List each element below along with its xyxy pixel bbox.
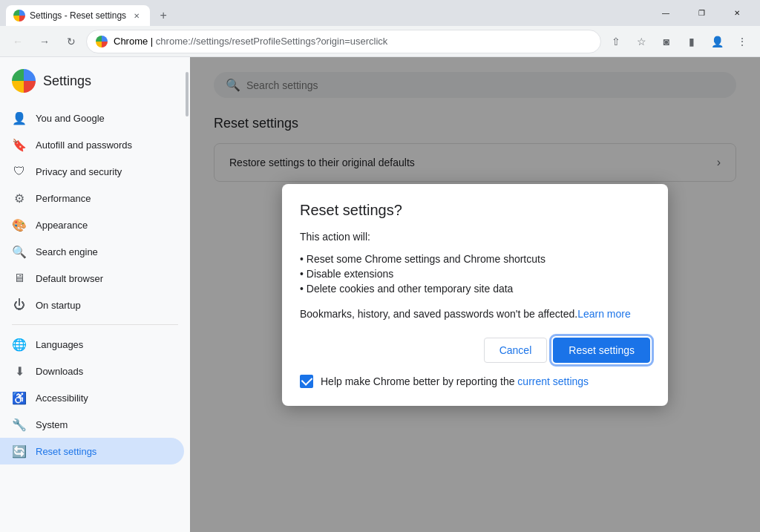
dialog-title: Reset settings?	[300, 202, 650, 219]
sidebar-item-accessibility[interactable]: ♿ Accessibility	[0, 384, 184, 411]
scrollbar-track[interactable]	[184, 57, 190, 532]
dialog-bullet-1: Reset some Chrome settings and Chrome sh…	[300, 252, 650, 266]
dialog-note: Bookmarks, history, and saved passwords …	[300, 308, 650, 320]
menu-button[interactable]: ⋮	[730, 30, 754, 53]
sidebar-label-appearance: Appearance	[36, 220, 88, 231]
system-icon: 🔧	[12, 417, 27, 432]
sidebar-item-system[interactable]: 🔧 System	[0, 411, 184, 438]
sidebar-logo: Settings	[0, 63, 190, 105]
downloads-icon: ⬇	[12, 364, 27, 378]
dialog-bullet-3: Delete cookies and other temporary site …	[300, 281, 650, 296]
sidebar-item-appearance[interactable]: 🎨 Appearance	[0, 211, 184, 238]
forward-button[interactable]: →	[33, 30, 56, 53]
tab-title: Settings - Reset settings	[30, 10, 126, 21]
sidebar-item-autofill[interactable]: 🔖 Autofill and passwords	[0, 131, 184, 158]
split-screen-button[interactable]: ▮	[680, 30, 704, 53]
autofill-icon: 🔖	[12, 137, 27, 152]
sidebar-label-on-startup: On startup	[36, 300, 81, 311]
scrollbar-thumb	[186, 72, 189, 116]
default-browser-icon: 🖥	[12, 271, 27, 286]
sidebar-item-privacy[interactable]: 🛡 Privacy and security	[0, 158, 184, 185]
sidebar-title: Settings	[43, 73, 91, 89]
sidebar-label-you-and-google: You and Google	[36, 113, 105, 124]
accessibility-icon: ♿	[12, 390, 27, 405]
sidebar-label-privacy: Privacy and security	[36, 166, 122, 177]
cancel-button[interactable]: Cancel	[484, 338, 548, 363]
address-favicon	[96, 36, 108, 47]
sidebar-item-search-engine[interactable]: 🔍 Search engine	[0, 238, 184, 265]
search-engine-icon: 🔍	[12, 244, 27, 259]
close-button[interactable]: ✕	[720, 3, 754, 24]
nav-actions: ⇧ ☆ ◙ ▮ 👤 ⋮	[604, 30, 754, 53]
maximize-button[interactable]: ❐	[684, 3, 718, 24]
reset-settings-button[interactable]: Reset settings	[553, 338, 650, 363]
sidebar-label-reset-settings: Reset settings	[36, 446, 96, 457]
new-tab-button[interactable]: +	[153, 5, 174, 26]
sidebar-item-reset-settings[interactable]: 🔄 Reset settings	[0, 438, 184, 464]
performance-icon: ⚙	[12, 191, 27, 206]
tab-bar: Settings - Reset settings ✕ +	[6, 0, 174, 26]
help-chrome-row: Help make Chrome better by reporting the…	[300, 375, 650, 388]
tab-close-button[interactable]: ✕	[131, 10, 142, 22]
sidebar-label-downloads: Downloads	[36, 366, 83, 377]
current-settings-link[interactable]: current settings	[517, 375, 589, 387]
sidebar-label-languages: Languages	[36, 339, 83, 350]
titlebar: Settings - Reset settings ✕ + — ❐ ✕	[0, 0, 760, 26]
address-bar[interactable]: Chrome | chrome://settings/resetProfileS…	[86, 30, 601, 53]
help-chrome-checkbox[interactable]	[300, 375, 313, 388]
extensions-button[interactable]: ◙	[655, 30, 678, 53]
sidebar-item-performance[interactable]: ⚙ Performance	[0, 185, 184, 211]
privacy-icon: 🛡	[12, 164, 27, 179]
sidebar-item-you-and-google[interactable]: 👤 You and Google	[0, 105, 184, 131]
dialog-bullet-2: Disable extensions	[300, 266, 650, 281]
sidebar-item-default-browser[interactable]: 🖥 Default browser	[0, 265, 184, 292]
tab-favicon	[13, 10, 25, 22]
chrome-logo-icon	[12, 69, 36, 93]
sidebar-label-autofill: Autofill and passwords	[36, 139, 132, 151]
back-button[interactable]: ←	[6, 30, 30, 53]
you-and-google-icon: 👤	[12, 111, 27, 125]
sidebar-divider	[12, 324, 178, 325]
on-startup-icon: ⏻	[12, 298, 27, 312]
minimize-button[interactable]: —	[649, 3, 683, 24]
reload-button[interactable]: ↻	[59, 30, 83, 53]
navbar: ← → ↻ Chrome | chrome://settings/resetPr…	[0, 26, 760, 57]
appearance-icon: 🎨	[12, 217, 27, 232]
reset-settings-icon: 🔄	[12, 444, 27, 459]
active-tab[interactable]: Settings - Reset settings ✕	[6, 5, 150, 26]
sidebar-item-downloads[interactable]: ⬇ Downloads	[0, 358, 184, 384]
dialog-subtitle: This action will:	[300, 231, 650, 243]
sidebar-label-default-browser: Default browser	[36, 273, 103, 284]
content-area: 🔍 Reset settings Restore settings to the…	[190, 57, 760, 532]
dialog-footer: Cancel Reset settings	[300, 338, 650, 363]
sidebar-item-on-startup[interactable]: ⏻ On startup	[0, 292, 184, 318]
sidebar-label-performance: Performance	[36, 193, 91, 204]
dialog-overlay: Reset settings? This action will: Reset …	[190, 57, 760, 532]
profile-button[interactable]: 👤	[705, 30, 729, 53]
help-chrome-label: Help make Chrome better by reporting the…	[321, 375, 589, 387]
languages-icon: 🌐	[12, 337, 27, 352]
sidebar-label-system: System	[36, 419, 68, 430]
bookmark-button[interactable]: ☆	[629, 30, 653, 53]
sidebar: Settings 👤 You and Google 🔖 Autofill and…	[0, 57, 190, 532]
window-controls: — ❐ ✕	[649, 3, 754, 24]
address-text: Chrome | chrome://settings/resetProfileS…	[114, 36, 592, 47]
sidebar-item-languages[interactable]: 🌐 Languages	[0, 331, 184, 358]
learn-more-link[interactable]: Learn more	[577, 308, 631, 320]
sidebar-label-accessibility: Accessibility	[36, 393, 88, 404]
main-layout: Settings 👤 You and Google 🔖 Autofill and…	[0, 57, 760, 532]
dialog-effects-list: Reset some Chrome settings and Chrome sh…	[300, 252, 650, 296]
reset-settings-dialog: Reset settings? This action will: Reset …	[282, 184, 668, 406]
sidebar-label-search-engine: Search engine	[36, 246, 98, 257]
save-to-drive-button[interactable]: ⇧	[604, 30, 628, 53]
